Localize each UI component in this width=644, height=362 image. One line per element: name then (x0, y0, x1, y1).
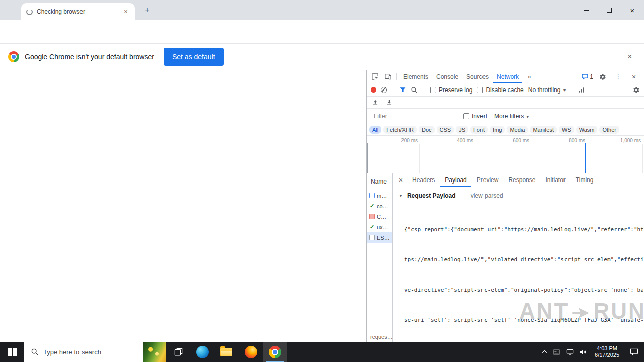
divider (424, 86, 424, 94)
detail-tabbar: × Headers Payload Preview Response Initi… (393, 173, 644, 187)
requests-name-header[interactable]: Name (367, 173, 392, 190)
tab-close-icon[interactable]: × (122, 8, 130, 16)
filter-chip-other[interactable]: Other (599, 126, 619, 134)
throttling-select[interactable]: No throttling ▾ (528, 86, 566, 94)
request-details-panel: × Headers Payload Preview Response Initi… (393, 173, 644, 342)
network-filter-bar: Invert More filters ▾ (367, 109, 644, 124)
taskbar-spacer (287, 342, 538, 362)
request-row[interactable]: ✓ co… (367, 201, 392, 211)
timeline-label: 600 ms (513, 138, 529, 143)
touch-keyboard-icon[interactable] (553, 349, 560, 355)
invert-label: Invert (472, 113, 487, 120)
resource-type-filters: All Fetch/XHR Doc CSS JS Font Img Media … (367, 124, 644, 136)
windows-logo-icon (8, 348, 17, 356)
payload-section-title: Request Payload (407, 192, 456, 199)
inspect-element-icon[interactable] (369, 71, 381, 82)
edge-icon (196, 346, 209, 358)
filter-chip-font[interactable]: Font (470, 126, 488, 134)
volume-icon[interactable] (579, 349, 587, 355)
filter-chip-wasm[interactable]: Wasm (576, 126, 598, 134)
filter-chip-css[interactable]: CSS (437, 126, 454, 134)
devtools-menu-icon[interactable]: ⋮ (612, 71, 624, 82)
tab-sources[interactable]: Sources (463, 70, 492, 83)
request-row-selected[interactable]: ES… (367, 232, 392, 243)
timeline-overview[interactable]: 200 ms 400 ms 600 ms 800 ms 1,000 ms (367, 136, 644, 173)
invert-checkbox[interactable] (463, 113, 469, 119)
start-button[interactable] (0, 342, 24, 362)
request-row[interactable]: ✓ ux… (367, 222, 392, 232)
browser-toolbar: ← → ↻ main.ledlog.live ☆ ⋮ (0, 20, 644, 43)
tab-strip: Checking browser × + × (0, 0, 644, 20)
request-payload-section[interactable]: ▼ Request Payload view parsed (393, 192, 644, 199)
record-button[interactable] (371, 87, 376, 93)
filter-chip-doc[interactable]: Doc (419, 126, 435, 134)
detail-tab-headers[interactable]: Headers (408, 173, 439, 187)
tab-console[interactable]: Console (433, 70, 462, 83)
taskbar-search[interactable]: Type here to search (24, 342, 166, 362)
view-parsed-link[interactable]: view parsed (471, 192, 503, 199)
detail-tab-response[interactable]: Response (504, 173, 540, 187)
filter-chip-all[interactable]: All (369, 126, 381, 134)
chrome-taskbar-button[interactable] (263, 342, 287, 362)
filter-chip-ws[interactable]: WS (559, 126, 574, 134)
export-har-icon[interactable] (386, 99, 393, 106)
set-as-default-button[interactable]: Set as default (164, 48, 224, 66)
search-highlight-image[interactable] (143, 342, 166, 362)
filter-chip-img[interactable]: Img (490, 126, 505, 134)
filter-chip-js[interactable]: JS (456, 126, 468, 134)
filter-chip-manifest[interactable]: Manifest (530, 126, 557, 134)
disclosure-triangle-icon[interactable]: ▼ (399, 194, 403, 198)
detail-tab-initiator[interactable]: Initiator (541, 173, 570, 187)
invert-control[interactable]: Invert (463, 113, 487, 120)
throttling-value: No throttling (528, 86, 561, 94)
detail-close-icon[interactable]: × (395, 176, 407, 184)
task-view-button[interactable] (166, 342, 190, 362)
preserve-log-control[interactable]: Preserve log (430, 86, 472, 94)
disable-cache-control[interactable]: Disable cache (477, 86, 523, 94)
filter-input[interactable] (371, 112, 456, 121)
disable-cache-checkbox[interactable] (477, 87, 483, 93)
maximize-icon (607, 8, 612, 13)
issues-counter[interactable]: 1 (582, 73, 593, 80)
network-conditions-icon[interactable] (578, 87, 585, 93)
minimize-button[interactable] (575, 0, 598, 20)
devtools-close-icon[interactable]: × (628, 71, 640, 82)
tab-elements[interactable]: Elements (399, 70, 432, 83)
preserve-log-checkbox[interactable] (430, 87, 436, 93)
file-explorer-taskbar-button[interactable] (214, 342, 238, 362)
timeline-label: 400 ms (457, 138, 473, 143)
tab-title: Checking browser (37, 8, 118, 15)
more-filters-button[interactable]: More filters ▾ (494, 113, 529, 120)
document-icon (369, 193, 375, 198)
firefox-taskbar-button[interactable] (238, 342, 263, 362)
banner-close-icon[interactable]: × (624, 52, 636, 61)
filter-chip-fetchxhr[interactable]: Fetch/XHR (383, 126, 417, 134)
request-row[interactable]: m… (367, 190, 392, 201)
payload-line: se-uri 'self'; script-src 'self' 'nonce-… (404, 315, 643, 325)
hidden-icons-chevron-icon[interactable] (542, 350, 547, 354)
filter-chip-media[interactable]: Media (507, 126, 528, 134)
window-close-button[interactable]: × (621, 0, 644, 20)
import-har-icon[interactable] (372, 99, 379, 106)
network-settings-gear-icon[interactable] (633, 86, 640, 94)
new-tab-button[interactable]: + (142, 5, 153, 16)
action-center-button[interactable] (624, 342, 644, 362)
request-row[interactable]: C… (367, 211, 392, 222)
maximize-button[interactable] (598, 0, 621, 20)
clear-button[interactable] (381, 87, 387, 93)
taskbar-clock[interactable]: 4:03 PM 6/17/2025 (590, 342, 624, 362)
detail-tab-preview[interactable]: Preview (472, 173, 503, 187)
tab-network[interactable]: Network (493, 70, 522, 83)
browser-tab[interactable]: Checking browser × (21, 3, 135, 20)
detail-tab-timing[interactable]: Timing (571, 173, 598, 187)
divider (396, 73, 397, 80)
network-tray-icon[interactable] (566, 349, 574, 355)
more-panels-icon[interactable]: » (523, 71, 535, 82)
devtools-settings-gear-icon[interactable] (597, 71, 609, 82)
filter-toggle-icon[interactable] (399, 86, 406, 93)
dom-content-loaded-marker (585, 143, 586, 173)
device-toolbar-icon[interactable] (382, 71, 394, 82)
network-search-icon[interactable] (411, 86, 418, 94)
edge-taskbar-button[interactable] (190, 342, 214, 362)
detail-tab-payload[interactable]: Payload (440, 173, 471, 187)
